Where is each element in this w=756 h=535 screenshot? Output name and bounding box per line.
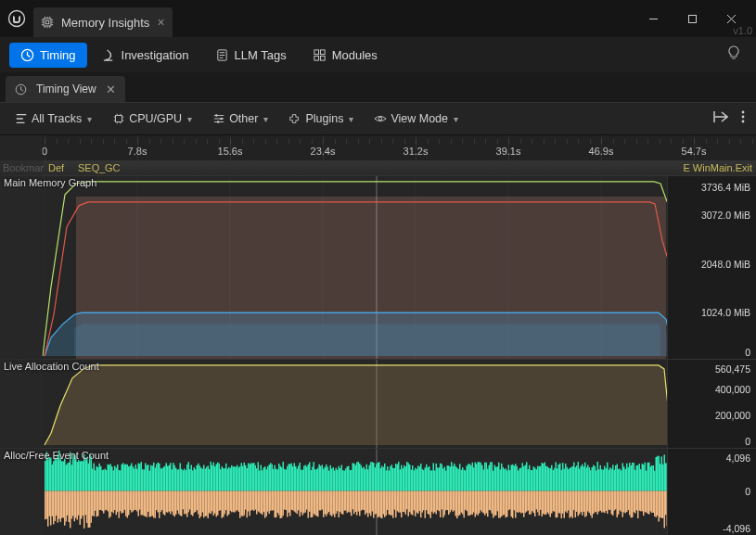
svg-rect-890 (643, 491, 645, 516)
svg-rect-251 (199, 465, 201, 490)
svg-point-16 (742, 111, 745, 114)
timeline-view[interactable]: 07.8s15.6s23.4s31.2s39.1s46.9s54.7s Book… (0, 135, 756, 535)
filter-other[interactable]: Other▾ (205, 108, 275, 129)
svg-rect-622 (456, 491, 458, 519)
svg-rect-33 (47, 459, 49, 490)
mode-timing[interactable]: Timing (9, 43, 87, 68)
alloc-free-chart (0, 449, 756, 535)
svg-rect-220 (177, 491, 179, 511)
svg-rect-205 (167, 466, 169, 491)
svg-rect-131 (116, 467, 118, 490)
dock-right-button[interactable] (710, 107, 732, 131)
svg-rect-513 (381, 465, 383, 490)
svg-rect-332 (255, 491, 257, 510)
svg-rect-595 (439, 467, 441, 490)
svg-rect-350 (267, 491, 269, 512)
svg-rect-588 (433, 491, 435, 514)
svg-rect-820 (595, 491, 596, 513)
close-icon[interactable]: ✕ (106, 83, 116, 96)
svg-rect-237 (189, 469, 191, 491)
memory-chart (0, 176, 756, 359)
svg-rect-812 (589, 491, 591, 514)
svg-rect-695 (508, 465, 510, 490)
minimize-button[interactable] (634, 5, 673, 32)
svg-rect-646 (473, 491, 475, 513)
hints-button[interactable] (721, 42, 747, 68)
svg-rect-96 (91, 491, 93, 523)
bookmark[interactable]: GC (105, 161, 121, 175)
track-live-allocation[interactable]: Live Allocation Count 560,475 400,000 20… (0, 359, 756, 448)
svg-rect-344 (263, 491, 265, 513)
app-tab-memory-insights[interactable]: Memory Insights × (33, 7, 173, 37)
svg-rect-730 (532, 491, 533, 512)
svg-rect-849 (615, 465, 617, 491)
svg-rect-789 (573, 463, 575, 491)
svg-rect-32 (46, 491, 48, 519)
bookmark[interactable]: E WinMain.Exit (683, 161, 752, 175)
filter-view-mode[interactable]: View Mode▾ (366, 108, 466, 129)
svg-rect-387 (294, 463, 296, 490)
svg-rect-704 (514, 491, 516, 511)
svg-rect-396 (300, 491, 301, 517)
svg-rect-762 (554, 491, 556, 512)
svg-rect-706 (515, 491, 517, 518)
svg-rect-9 (320, 56, 325, 60)
svg-rect-802 (582, 491, 583, 516)
svg-rect-297 (231, 465, 233, 491)
svg-rect-877 (634, 470, 636, 491)
svg-rect-148 (127, 491, 129, 518)
svg-rect-184 (152, 491, 154, 516)
bookmark[interactable]: SEQ_ (78, 161, 105, 175)
mode-llm-tags[interactable]: LLM Tags (204, 43, 298, 68)
mode-label: Timing (40, 48, 76, 62)
app-tab-label: Memory Insights (61, 16, 149, 30)
svg-rect-3 (688, 15, 696, 22)
close-window-button[interactable] (711, 5, 750, 32)
svg-rect-919 (664, 454, 666, 490)
svg-rect-576 (425, 491, 427, 518)
subtab-row: Timing View ✕ (0, 72, 756, 102)
mode-modules[interactable]: Modules (301, 43, 389, 68)
plugin-icon (288, 112, 301, 125)
clock-icon (15, 83, 27, 96)
bookmarks-track[interactable]: Bookmar Def SEQ_ GC E WinMain.Exit (0, 161, 756, 175)
svg-rect-892 (645, 491, 647, 513)
svg-rect-550 (406, 491, 408, 510)
y-axis: 4,096 0 -4,096 (667, 449, 756, 535)
svg-rect-807 (586, 467, 588, 490)
svg-rect-780 (567, 491, 569, 514)
svg-rect-324 (250, 491, 251, 516)
bookmark[interactable]: Def (48, 161, 64, 175)
svg-rect-281 (220, 469, 222, 490)
svg-rect-645 (473, 467, 475, 490)
maximize-button[interactable] (673, 5, 711, 32)
svg-rect-318 (245, 491, 247, 510)
mode-investigation[interactable]: Investigation (91, 43, 200, 68)
svg-rect-699 (511, 465, 513, 490)
track-main-memory[interactable]: Main Memory Graph 3736.4 MiB 3072.0 MiB … (0, 175, 756, 359)
svg-rect-517 (384, 464, 386, 491)
svg-rect-172 (144, 491, 146, 516)
svg-rect-537 (398, 462, 400, 491)
svg-rect-152 (130, 491, 132, 510)
svg-rect-694 (506, 491, 508, 517)
svg-rect-68 (71, 491, 73, 519)
filter-all-tracks[interactable]: All Tracks▾ (7, 108, 99, 129)
svg-rect-178 (147, 491, 149, 512)
svg-rect-88 (85, 491, 87, 516)
svg-rect-368 (280, 491, 282, 519)
svg-rect-345 (264, 466, 266, 490)
filter-cpu-gpu[interactable]: CPU/GPU▾ (105, 108, 199, 129)
svg-rect-323 (250, 464, 251, 490)
close-icon[interactable]: × (157, 15, 164, 30)
more-options-button[interactable] (737, 107, 749, 131)
svg-rect-555 (411, 470, 413, 491)
svg-rect-364 (277, 491, 279, 514)
filter-plugins[interactable]: Plugins▾ (281, 108, 361, 129)
track-alloc-free[interactable]: Alloc/Free Event Count 4,096 0 -4,096 (0, 448, 756, 535)
time-ruler[interactable]: 07.8s15.6s23.4s31.2s39.1s46.9s54.7s (0, 135, 756, 161)
svg-rect-353 (270, 463, 272, 490)
svg-rect-365 (278, 464, 280, 491)
subtab-timing-view[interactable]: Timing View ✕ (6, 76, 125, 102)
svg-rect-885 (640, 469, 642, 490)
